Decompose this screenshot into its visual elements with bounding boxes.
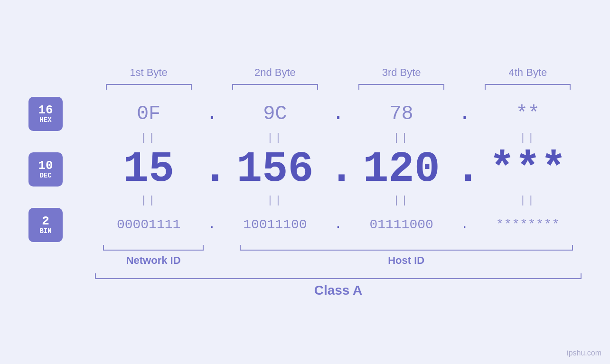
host-id-label: Host ID — [388, 254, 424, 267]
byte3-header: 3rd Byte — [348, 66, 455, 79]
hex-b3-val: 78 — [389, 103, 413, 125]
class-bracket — [95, 273, 582, 279]
bracket-top-span-4 — [485, 84, 571, 90]
hex-badge-type: HEX — [39, 117, 51, 124]
hex-dot2: . — [329, 103, 348, 125]
byte1-header: 1st Byte — [95, 66, 202, 79]
bin-b2: 10011100 — [221, 217, 328, 232]
bin-b4: ******** — [474, 217, 582, 232]
bin-dot2: . — [329, 217, 348, 232]
top-bracket-row — [28, 84, 582, 92]
bin-b1-val: 00001111 — [117, 217, 180, 232]
host-id-section: Host ID — [231, 245, 582, 267]
bin-dot2-val: . — [334, 217, 342, 232]
eq1-1: || — [95, 132, 202, 144]
hex-dot2-val: . — [332, 103, 344, 125]
eq1-4: || — [474, 132, 582, 144]
dec-values: 15 . 156 . 120 . *** — [95, 145, 582, 194]
bin-b1: 00001111 — [95, 217, 202, 232]
bin-b3-val: 01111000 — [369, 217, 433, 232]
bin-dot1: . — [202, 217, 221, 232]
eq1-2: || — [221, 132, 328, 144]
hex-b1: 0F — [95, 103, 202, 125]
class-label: Class A — [314, 283, 363, 298]
dec-b1: 15 — [95, 145, 202, 194]
class-label-row: Class A — [95, 283, 582, 298]
network-id-section: Network ID — [95, 245, 212, 267]
bin-dot3-val: . — [460, 217, 469, 232]
dec-badge: 10 DEC — [28, 152, 63, 187]
bin-dot3: . — [455, 217, 474, 232]
hex-b3: 78 — [348, 103, 455, 125]
hex-dot3-val: . — [459, 103, 470, 125]
network-id-bracket — [103, 245, 204, 251]
hex-b4-val: ** — [516, 103, 540, 125]
bracket-top-span-3 — [358, 84, 444, 90]
dec-dot3: . — [455, 145, 474, 194]
bin-badge-type: BIN — [39, 228, 51, 235]
dec-dot2: . — [329, 145, 348, 194]
dec-dot1: . — [202, 145, 221, 194]
hex-values: 0F . 9C . 78 . ** — [95, 103, 582, 125]
eq2-3: || — [348, 195, 455, 206]
dec-badge-num: 10 — [38, 159, 53, 173]
dec-b2: 156 — [221, 145, 328, 194]
hex-b2: 9C — [221, 103, 328, 125]
eq2-4: || — [474, 195, 582, 206]
hex-b1-val: 0F — [137, 103, 160, 125]
hex-badge-num: 16 — [38, 103, 53, 117]
bin-b3: 01111000 — [348, 217, 455, 232]
eq2-2: || — [221, 195, 328, 206]
hex-dot1: . — [202, 103, 221, 125]
dec-b4-val: *** — [489, 145, 566, 194]
bin-b2-val: 10011100 — [243, 217, 307, 232]
bin-badge-num: 2 — [42, 215, 49, 228]
byte4-header: 4th Byte — [474, 66, 582, 79]
dec-label-cell: 10 DEC — [28, 152, 95, 187]
main-container: 1st Byte 2nd Byte 3rd Byte 4th Byte 16 H… — [0, 0, 610, 364]
bin-label-cell: 2 BIN — [28, 208, 95, 242]
network-id-label: Network ID — [126, 254, 181, 267]
bracket-top-3 — [348, 84, 455, 92]
bracket-top-span-2 — [232, 84, 318, 90]
hex-label-cell: 16 HEX — [28, 97, 95, 131]
hex-b4: ** — [474, 103, 582, 125]
dec-b3-val: 120 — [363, 145, 440, 194]
bracket-top-4 — [474, 84, 582, 92]
equals-row-2: || || || || — [28, 194, 582, 208]
dec-b1-val: 15 — [123, 145, 174, 194]
hex-badge: 16 HEX — [28, 97, 63, 131]
bin-values: 00001111 . 10011100 . 01111000 . *******… — [95, 217, 582, 232]
host-id-bracket — [240, 245, 573, 251]
equals-row-1: || || || || — [28, 131, 582, 145]
bin-dot1-val: . — [208, 217, 216, 232]
class-section: Class A — [28, 273, 582, 298]
eq1-3: || — [348, 132, 455, 144]
bracket-top-2 — [221, 84, 328, 92]
eq2-1: || — [95, 195, 202, 206]
hex-row: 16 HEX 0F . 9C . 78 . ** — [28, 97, 582, 131]
dec-b3: 120 — [348, 145, 455, 194]
network-host-section: Network ID Host ID — [28, 245, 582, 267]
dec-b2-val: 156 — [236, 145, 313, 194]
dec-row: 10 DEC 15 . 156 . 120 . *** — [28, 145, 582, 194]
bracket-top-1 — [95, 84, 202, 92]
bracket-top-span-1 — [106, 84, 192, 90]
dec-b4: *** — [474, 145, 582, 194]
watermark: ipshu.com — [567, 349, 601, 357]
dec-badge-type: DEC — [39, 172, 51, 179]
bin-row: 2 BIN 00001111 . 10011100 . 01111000 . — [28, 208, 582, 242]
byte-headers: 1st Byte 2nd Byte 3rd Byte 4th Byte — [28, 66, 582, 79]
hex-b2-val: 9C — [263, 103, 287, 125]
bin-b4-val: ******** — [496, 217, 560, 232]
hex-dot1-val: . — [206, 103, 218, 125]
hex-dot3: . — [455, 103, 474, 125]
bin-badge: 2 BIN — [28, 208, 63, 242]
byte2-header: 2nd Byte — [221, 66, 328, 79]
